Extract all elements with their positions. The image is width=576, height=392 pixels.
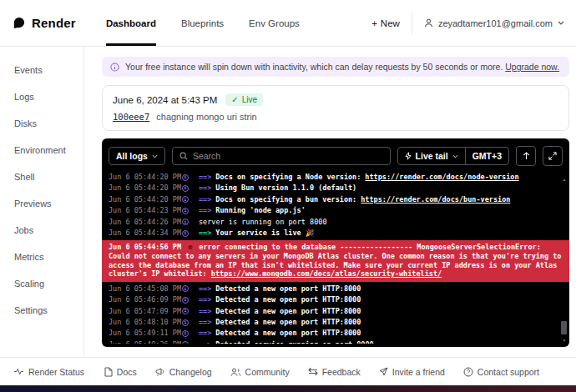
footer-link-label: Invite a friend	[392, 367, 445, 377]
info-icon: i	[182, 308, 189, 314]
arrow-glyph: ==>	[199, 183, 211, 193]
notice-text: Your free instance will spin down with i…	[125, 62, 503, 72]
commit-message: chagning mongo uri strin	[156, 112, 256, 122]
arrow-glyph: ==>	[199, 328, 211, 339]
invite-a-friend-icon	[379, 367, 388, 376]
contact-support-icon	[463, 367, 473, 377]
log-error-row: Jun 6 05:44:56 PM ⊗ error connecting to …	[102, 240, 569, 281]
deploy-date: June 6, 2024 at 5:43 PM	[113, 95, 217, 105]
log-row: Jun 6 05:44:34 PMi==>Your service is liv…	[102, 228, 569, 239]
arrow-glyph: ==>	[199, 228, 211, 239]
footer: Render Status DocsChangelogCommunityFeed…	[0, 357, 576, 385]
account-menu[interactable]: zeyadtamer101@gmail.com	[424, 18, 564, 28]
sidebar-item-logs[interactable]: Logs	[14, 92, 83, 102]
log-timestamp: Jun 6 05:45:08 PM	[109, 284, 182, 294]
chevron-down-icon	[152, 154, 158, 158]
sidebar-item-shell[interactable]: Shell	[14, 172, 83, 182]
footer-link-feedback[interactable]: Feedback	[308, 367, 361, 377]
info-icon: i	[182, 285, 189, 292]
scrollbar-down-arrow[interactable]: ▼	[561, 338, 568, 343]
render-logo[interactable]: Render	[12, 0, 76, 46]
log-message: Your service is live 🎉	[215, 228, 314, 239]
log-message: Detected a new open port HTTP:8000	[215, 317, 361, 328]
main-content: Your free instance will spin down with i…	[102, 47, 569, 347]
log-row: Jun 6 05:44:26 PMiserver is running on p…	[102, 217, 569, 228]
sidebar-item-events[interactable]: Events	[14, 65, 83, 75]
new-button[interactable]: + New	[371, 18, 400, 28]
top-navbar: Render DashboardBlueprintsEnv Groups + N…	[0, 0, 576, 47]
footer-link-community[interactable]: Community	[230, 367, 290, 377]
timezone-button[interactable]: GMT+3	[466, 148, 508, 164]
docs-icon	[104, 367, 113, 377]
log-row: Jun 6 05:44:23 PMi==>Running 'node app.j…	[102, 205, 569, 216]
expand-icon[interactable]	[543, 146, 563, 166]
log-timestamp: Jun 6 05:44:23 PM	[109, 205, 182, 216]
log-timestamp: Jun 6 05:49:36 PM	[109, 339, 182, 344]
sidebar-item-environment[interactable]: Environment	[14, 145, 83, 155]
tab-blueprints[interactable]: Blueprints	[181, 0, 224, 46]
log-link[interactable]: https://render.com/docs/bun-version	[361, 194, 510, 205]
log-row: Jun 6 05:45:08 PMi==>Detected a new open…	[102, 284, 569, 294]
log-timestamp: Jun 6 05:44:20 PM	[109, 172, 182, 183]
header-divider	[412, 13, 412, 34]
bottom-gradient-bar	[0, 385, 576, 392]
sidebar-item-jobs[interactable]: Jobs	[14, 225, 83, 235]
log-message: Running 'node app.js'	[215, 205, 305, 216]
user-icon	[424, 18, 433, 28]
footer-link-docs[interactable]: Docs	[104, 367, 137, 377]
service-sidebar: EventsLogsDisksEnvironmentShellPreviewsJ…	[0, 47, 84, 359]
log-row: Jun 6 05:48:10 PMi==>Detected a new open…	[102, 317, 569, 328]
sidebar-item-settings[interactable]: Settings	[14, 305, 83, 315]
log-row: Jun 6 05:49:36 PMi==>Detected service ru…	[102, 339, 569, 344]
log-row: Jun 6 05:44:20 PMi==>Docs on specifying …	[102, 172, 569, 183]
log-timestamp: Jun 6 05:44:34 PM	[109, 228, 182, 239]
footer-link-contact-support[interactable]: Contact support	[463, 367, 539, 377]
sidebar-item-disks[interactable]: Disks	[14, 118, 83, 128]
plus-icon: +	[371, 18, 377, 28]
tail-timezone-group: Live tail GMT+3	[397, 147, 509, 165]
scrollbar-up-arrow[interactable]: ▲	[561, 177, 568, 182]
status-pulse-icon	[13, 368, 24, 375]
upgrade-now-link[interactable]: Upgrade now.	[505, 62, 559, 72]
log-message: Detected a new open port HTTP:8000	[215, 328, 361, 339]
log-scrollbar[interactable]: ▲ ▼	[561, 177, 568, 343]
log-search-box[interactable]	[172, 147, 391, 165]
footer-link-label: Feedback	[322, 367, 361, 377]
sidebar-item-previews[interactable]: Previews	[14, 199, 83, 209]
arrow-glyph: ==>	[199, 294, 211, 305]
log-row: Jun 6 05:44:20 PMi==>Docs on specifying …	[102, 194, 569, 205]
arrow-glyph: ==>	[199, 205, 211, 216]
sidebar-item-scaling[interactable]: Scaling	[14, 279, 83, 289]
footer-link-label: Community	[245, 367, 290, 377]
log-link[interactable]: https://www.mongodb.com/docs/atlas/secur…	[211, 269, 442, 278]
live-tail-toggle[interactable]: Live tail	[398, 148, 465, 164]
log-filter-dropdown[interactable]: All logs	[109, 147, 165, 165]
tab-env-groups[interactable]: Env Groups	[249, 0, 300, 46]
render-logo-icon	[12, 16, 26, 30]
user-email: zeyadtamer101@gmail.com	[438, 18, 553, 28]
log-message: Detected a new open port HTTP:8000	[215, 294, 361, 305]
info-icon: i	[182, 297, 189, 304]
log-viewer: All logs	[102, 138, 569, 347]
log-timestamp: Jun 6 05:44:26 PM	[109, 217, 182, 228]
changelog-icon	[155, 367, 165, 376]
scrollbar-thumb[interactable]	[561, 321, 567, 334]
tab-dashboard[interactable]: Dashboard	[106, 0, 156, 46]
scroll-to-top-button[interactable]	[516, 146, 536, 166]
check-icon: ✓	[231, 95, 238, 104]
footer-link-invite-a-friend[interactable]: Invite a friend	[379, 367, 445, 377]
sidebar-item-metrics[interactable]: Metrics	[14, 252, 83, 262]
log-timestamp: Jun 6 05:49:11 PM	[109, 328, 182, 339]
log-row: Jun 6 05:44:20 PMi==>Using Bun version 1…	[102, 183, 569, 193]
commit-hash-link[interactable]: 100eee7	[113, 112, 149, 122]
info-icon: i	[182, 196, 189, 203]
info-icon	[110, 63, 119, 72]
free-instance-notice: Your free instance will spin down with i…	[102, 57, 569, 77]
search-input[interactable]	[193, 151, 383, 161]
log-message: Docs on specifying a Node version:	[215, 172, 361, 183]
log-link[interactable]: https://render.com/docs/node-version	[365, 172, 518, 183]
log-message: Detected service running on port 8000	[215, 339, 373, 344]
info-icon: i	[182, 174, 189, 181]
render-status-link[interactable]: Render Status	[13, 367, 84, 377]
footer-link-changelog[interactable]: Changelog	[155, 367, 212, 377]
